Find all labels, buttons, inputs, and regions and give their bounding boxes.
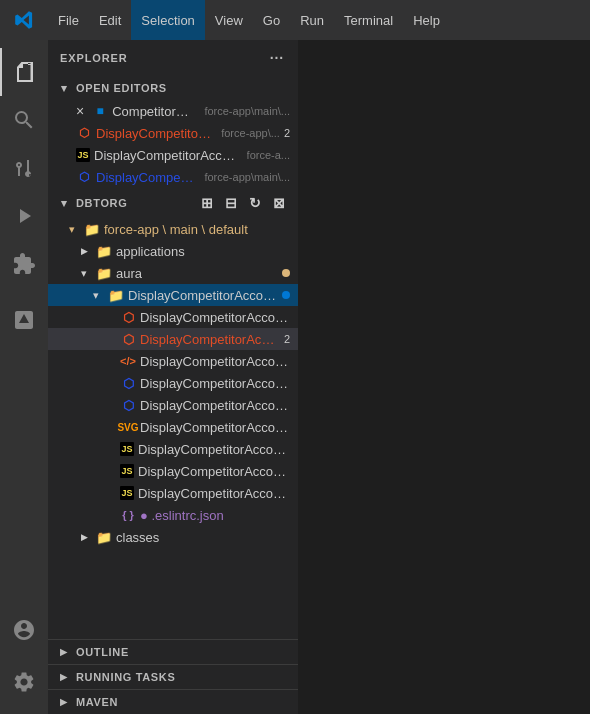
css-name: DisplayCompetitorAccountOpportunities.cs… [140,376,290,391]
aura-label: aura [116,266,142,281]
helper-js-spacer [100,463,116,479]
applications-folder[interactable]: 📁 applications [48,240,298,262]
activity-settings[interactable] [0,658,48,706]
auradoc-name: DisplayCompetitorAccountOpportunities.au… [140,310,290,325]
open-editor-controller-path: force-a... [247,149,290,161]
applications-folder-icon: 📁 [96,244,112,259]
cmp-badge: 2 [284,333,290,345]
aura-folder[interactable]: 📁 aura [48,262,298,284]
menu-bar: File Edit Selection View Go Run Terminal… [48,0,450,40]
open-editor-controller-name: DisplayCompetitorAccountOpportunitiesCon… [94,148,239,163]
vscode-logo [0,10,48,30]
open-editor-cmp-name: DisplayCompetitorAccountOpportunities.cm… [96,126,213,141]
cmp-meta-spacer [100,353,116,369]
renderer-js-name: DisplayCompetitorAccountOpportunitiesRen… [138,486,290,501]
eslintrc-name: ● .eslintrc.json [140,508,224,523]
file-tree: OPEN EDITORS × ■ CompetitorAccountOpport… [48,76,298,639]
more-actions-icon[interactable]: ··· [268,48,286,68]
applications-chevron [76,243,92,259]
menu-view[interactable]: View [205,0,253,40]
open-editor-item-css[interactable]: ⬡ DisplayCompetitorAccountOpportunities.… [48,166,298,188]
outline-chevron [56,644,72,660]
dca-folder[interactable]: 📁 DisplayCompetitorAccountOpportunities [48,284,298,306]
open-editor-css-name: DisplayCompetitorAccountOpportunities.cs… [96,170,196,185]
explorer-header-actions: ··· [268,48,286,68]
open-editor-cls-path: force-app\main\... [204,105,290,117]
close-button-cls[interactable]: × [76,103,84,119]
open-editor-item-controller[interactable]: JS DisplayCompetitorAccountOpportunities… [48,144,298,166]
open-editor-item-cls[interactable]: × ■ CompetitorAccountOpportunityControll… [48,100,298,122]
renderer-js-icon: JS [120,486,134,500]
running-tasks-header[interactable]: RUNNING TASKS [48,665,298,689]
css-spacer [100,375,116,391]
main-layout: EXPLORER ··· OPEN EDITORS × ■ Competitor… [0,40,590,714]
dbtorg-header[interactable]: DBTORG ⊞ ⊟ ↻ ⊠ [48,188,298,218]
activity-search[interactable] [0,96,48,144]
dbtorg-label: DBTORG [76,197,127,209]
maven-header[interactable]: MAVEN [48,690,298,714]
css-file[interactable]: ⬡ DisplayCompetitorAccountOpportunities.… [48,372,298,394]
renderer-js-file[interactable]: JS DisplayCompetitorAccountOpportunities… [48,482,298,504]
eslintrc-file[interactable]: { } ● .eslintrc.json [48,504,298,526]
helper-js-name: DisplayCompetitorAccountOpportunitiesHel… [138,464,290,479]
auradoc-spacer [100,309,116,325]
design-name: DisplayCompetitorAccountOpportunities.de… [140,398,290,413]
menu-terminal[interactable]: Terminal [334,0,403,40]
menu-go[interactable]: Go [253,0,290,40]
running-tasks-label: RUNNING TASKS [76,671,175,683]
menu-file[interactable]: File [48,0,89,40]
editor-area [298,40,590,714]
activity-run[interactable] [0,192,48,240]
classes-folder-icon: 📁 [96,530,112,545]
activity-explorer[interactable] [0,48,48,96]
open-editors-header[interactable]: OPEN EDITORS [48,76,298,100]
menu-edit[interactable]: Edit [89,0,131,40]
controller-js-icon: JS [76,148,90,162]
menu-run[interactable]: Run [290,0,334,40]
svg-file[interactable]: SVG DisplayCompetitorAccountOpportunitie… [48,416,298,438]
maven-section: MAVEN [48,689,298,714]
controller-js-spacer [100,441,116,457]
controller-js-name: DisplayCompetitorAccountOpportunitiesCon… [138,442,290,457]
new-folder-icon[interactable]: ⊟ [220,192,242,214]
dca-label: DisplayCompetitorAccountOpportunities [128,288,278,303]
dca-folder-icon: 📁 [108,288,124,303]
auradoc-file[interactable]: ⬡ DisplayCompetitorAccountOpportunities.… [48,306,298,328]
cmp-name: DisplayCompetitorAccountOpportunities.cm… [140,332,280,347]
collapse-icon[interactable]: ⊠ [268,192,290,214]
xml-icon: </> [120,353,136,369]
cmp-meta-file[interactable]: </> DisplayCompetitorAccountOpportunitie… [48,350,298,372]
helper-js-file[interactable]: JS DisplayCompetitorAccountOpportunities… [48,460,298,482]
maven-chevron [56,694,72,710]
new-file-icon[interactable]: ⊞ [196,192,218,214]
classes-folder[interactable]: 📁 classes [48,526,298,548]
open-editor-cmp-path: force-app\... [221,127,280,139]
svg-spacer [100,419,116,435]
design-icon: ⬡ [120,397,136,413]
controller-js-file[interactable]: JS DisplayCompetitorAccountOpportunities… [48,438,298,460]
design-file[interactable]: ⬡ DisplayCompetitorAccountOpportunities.… [48,394,298,416]
root-path-row[interactable]: 📁 force-app \ main \ default [48,218,298,240]
activity-extensions[interactable] [0,240,48,288]
design-spacer [100,397,116,413]
outline-header[interactable]: OUTLINE [48,640,298,664]
activity-account[interactable] [0,606,48,654]
cmp-meta-name: DisplayCompetitorAccountOpportunities.cm… [140,354,290,369]
activity-source-control[interactable] [0,144,48,192]
applications-label: applications [116,244,185,259]
open-editor-item-cmp[interactable]: ⬡ DisplayCompetitorAccountOpportunities.… [48,122,298,144]
running-tasks-section: RUNNING TASKS [48,664,298,689]
activity-test[interactable] [0,296,48,344]
maven-label: MAVEN [76,696,118,708]
dca-dot [282,291,290,299]
svg-icon: SVG [120,419,136,435]
menu-help[interactable]: Help [403,0,450,40]
aura-folder-icon: 📁 [96,266,112,281]
menu-selection[interactable]: Selection [131,0,204,40]
svg-name: DisplayCompetitorAccountOpportunities.sv… [140,420,290,435]
refresh-icon[interactable]: ↻ [244,192,266,214]
cmp-icon: ⬡ [76,125,92,141]
running-tasks-chevron [56,669,72,685]
cmp-file[interactable]: ⬡ DisplayCompetitorAccountOpportunities.… [48,328,298,350]
auradoc-icon: ⬡ [120,309,136,325]
